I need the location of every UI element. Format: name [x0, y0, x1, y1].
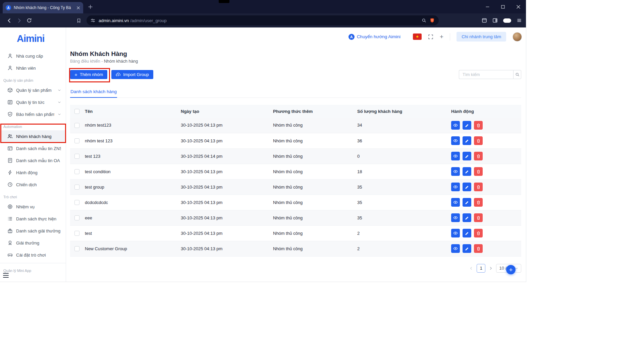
next-page-icon[interactable] — [489, 266, 493, 270]
redirect-aimini-link[interactable]: A Chuyển hướng Aimini — [348, 34, 400, 40]
view-button[interactable] — [451, 136, 460, 145]
sidebar-item[interactable]: Danh sách mẫu tin ZNS — [0, 142, 66, 154]
address-bar[interactable]: admin.aimini.vn /admin/user_group — [87, 15, 439, 25]
row-checkbox[interactable] — [74, 123, 79, 128]
view-button[interactable] — [451, 213, 460, 222]
minimize-button[interactable] — [480, 0, 495, 13]
sidebar-item[interactable]: Danh sách giải thưởng — [0, 225, 66, 237]
branch-button[interactable]: Chi nhánh trung tâm — [457, 32, 506, 42]
edit-button[interactable] — [463, 136, 471, 145]
edit-button[interactable] — [463, 183, 471, 191]
prev-page-icon[interactable] — [469, 266, 473, 270]
floating-add-button[interactable]: + — [506, 265, 516, 274]
browser-window: A Nhóm khách hàng - Công Ty Bá admin.aim… — [0, 0, 526, 282]
table-row: test group30-10-2025 04:13 pmNhóm thủ cô… — [70, 179, 521, 195]
search-url-icon[interactable] — [422, 18, 426, 23]
row-checkbox[interactable] — [74, 231, 79, 236]
edit-button[interactable] — [463, 244, 471, 253]
back-icon[interactable] — [4, 15, 14, 25]
edit-button[interactable] — [463, 121, 471, 130]
sidebar-item[interactable]: Danh sách mẫu tin OA — [0, 154, 66, 166]
sidebar-item[interactable]: Nhà cung cấp — [0, 50, 66, 62]
delete-button[interactable] — [474, 183, 483, 191]
sidebar-item[interactable]: Quản lý sản phẩm — [0, 84, 66, 96]
add-icon[interactable]: + — [440, 33, 443, 40]
user-avatar[interactable] — [513, 32, 522, 42]
delete-button[interactable] — [474, 229, 483, 237]
search-button[interactable] — [513, 70, 521, 79]
table-row: nhóm test12330-10-2025 04:13 pmNhóm thủ … — [70, 118, 521, 133]
cell-count: 2 — [356, 241, 450, 256]
row-checkbox[interactable] — [74, 246, 79, 251]
supplier-icon — [7, 53, 13, 59]
screen-capture-indicator — [219, 0, 229, 3]
edit-button[interactable] — [463, 152, 471, 160]
tab-close-icon[interactable] — [76, 6, 80, 10]
view-button[interactable] — [451, 167, 460, 176]
row-checkbox[interactable] — [74, 215, 79, 220]
browser-menu-icon[interactable] — [517, 18, 522, 23]
breadcrumb: Bảng điều khiển - Nhóm khách hàng — [70, 59, 521, 64]
sidebar-item[interactable]: Cài đặt trò chơi — [0, 249, 66, 261]
fullscreen-icon[interactable] — [428, 34, 433, 40]
vietnam-flag-icon[interactable]: ★ — [413, 33, 422, 40]
delete-button[interactable] — [474, 167, 483, 176]
cell-count: 35 — [356, 179, 450, 195]
delete-button[interactable] — [474, 152, 483, 160]
wallet-icon[interactable] — [503, 18, 511, 23]
maximize-button[interactable] — [495, 0, 511, 13]
delete-button[interactable] — [474, 213, 483, 222]
brave-shield-icon[interactable] — [430, 18, 435, 23]
add-group-button[interactable]: + Thêm nhóm — [70, 70, 107, 79]
row-checkbox[interactable] — [74, 154, 79, 159]
select-all-checkbox[interactable] — [74, 109, 79, 114]
aimini-logo[interactable]: Aimini — [0, 27, 66, 50]
sidebar-item[interactable]: Nhiệm vụ — [0, 201, 66, 213]
view-button[interactable] — [451, 152, 460, 160]
side-panel-icon[interactable] — [492, 18, 498, 23]
sidebar-item[interactable]: Quản lý tin tức — [0, 96, 66, 108]
page-number-button[interactable]: 1 — [477, 264, 485, 273]
view-button[interactable] — [451, 244, 460, 253]
sidebar-item[interactable]: Danh sách thực hiện — [0, 213, 66, 225]
table-row: New Customer Group30-10-2025 04:13 pmNhó… — [70, 241, 521, 256]
sidebar-item[interactable]: Nhóm khách hàng — [0, 130, 66, 142]
sidebar-collapse-icon[interactable] — [3, 273, 9, 278]
tab-customer-list[interactable]: Danh sách khách hàng — [70, 87, 117, 98]
delete-button[interactable] — [474, 198, 483, 207]
delete-button[interactable] — [474, 121, 483, 130]
view-button[interactable] — [451, 121, 460, 130]
search-input[interactable] — [459, 70, 513, 79]
delete-button[interactable] — [474, 244, 483, 253]
sidebar-item[interactable]: Hành động — [0, 166, 66, 179]
row-checkbox[interactable] — [74, 169, 79, 174]
row-checkbox[interactable] — [74, 200, 79, 205]
sidebar-item-label: Danh sách mẫu tin ZNS — [16, 146, 61, 151]
sidebar-item[interactable]: Chiến dịch — [0, 179, 66, 191]
import-group-button[interactable]: Import Group — [111, 70, 153, 79]
view-button[interactable] — [451, 198, 460, 207]
sidebar-item[interactable]: Bảo hiểm sản phẩm — [0, 108, 66, 120]
edit-button[interactable] — [463, 167, 471, 176]
table-row: test condition30-10-2025 04:13 pmNhóm th… — [70, 164, 521, 179]
save-page-icon[interactable] — [482, 18, 487, 23]
forward-icon[interactable] — [14, 15, 24, 25]
sidebar-item[interactable]: Giải thưởng — [0, 237, 66, 249]
site-settings-icon[interactable] — [91, 18, 95, 23]
view-button[interactable] — [451, 183, 460, 191]
new-tab-button[interactable] — [88, 4, 93, 9]
edit-button[interactable] — [463, 213, 471, 222]
row-checkbox[interactable] — [74, 138, 79, 143]
breadcrumb-root[interactable]: Bảng điều khiển — [70, 59, 100, 64]
sidebar-item[interactable]: Nhân viên — [0, 62, 66, 74]
close-window-button[interactable] — [511, 0, 526, 13]
view-button[interactable] — [451, 229, 460, 237]
browser-tab[interactable]: A Nhóm khách hàng - Công Ty Bá — [3, 2, 83, 13]
delete-button[interactable] — [474, 136, 483, 145]
edit-button[interactable] — [463, 198, 471, 207]
reload-icon[interactable] — [24, 15, 34, 25]
prize-list-icon — [7, 228, 13, 233]
row-checkbox[interactable] — [74, 185, 79, 190]
edit-button[interactable] — [463, 229, 471, 237]
bookmark-icon[interactable] — [74, 15, 84, 25]
